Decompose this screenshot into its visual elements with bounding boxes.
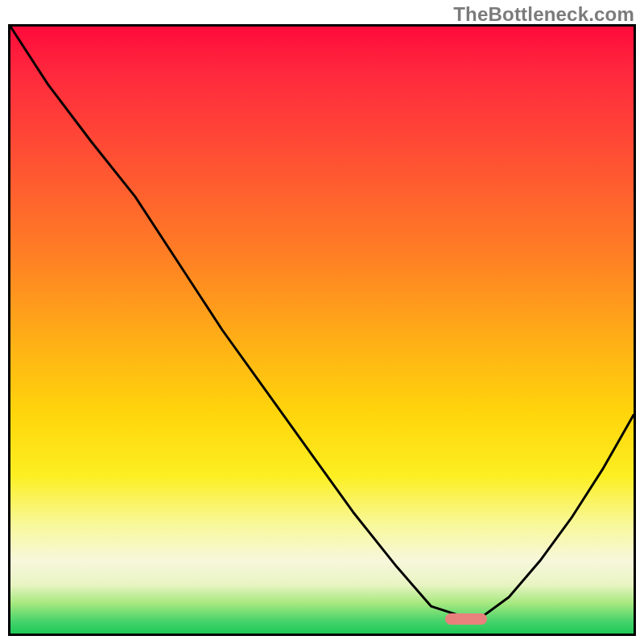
chart-frame bbox=[8, 24, 636, 636]
watermark-text: TheBottleneck.com bbox=[453, 3, 634, 26]
chart-curve-path bbox=[10, 27, 634, 615]
min-marker bbox=[445, 613, 487, 625]
chart-curve-svg bbox=[10, 27, 634, 634]
